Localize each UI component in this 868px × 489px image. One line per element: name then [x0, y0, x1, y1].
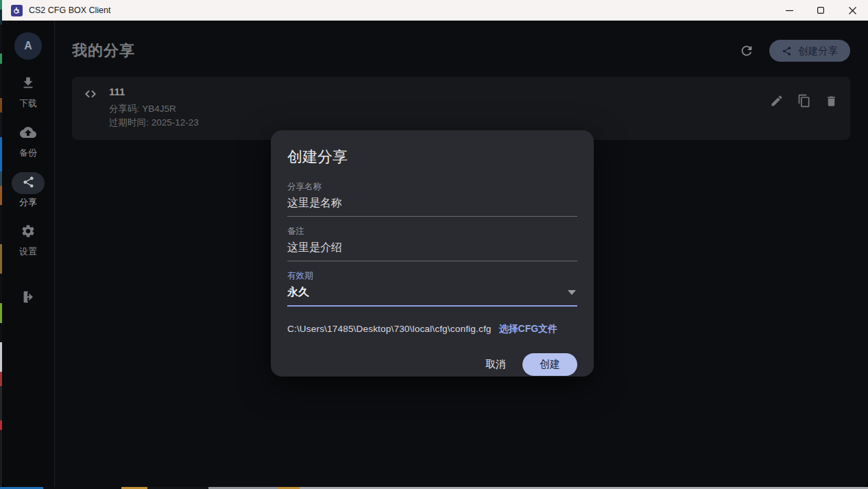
pencil-icon [770, 94, 784, 108]
card-actions [770, 94, 838, 110]
share-name-input[interactable]: 这里是名称 [287, 196, 577, 217]
validity-label: 有效期 [287, 270, 577, 282]
create-share-button[interactable]: 创建分享 [769, 40, 850, 62]
sidebar-item-backup[interactable]: 备份 [19, 123, 37, 159]
trash-icon [825, 95, 838, 108]
share-info: 111 分享码:YB4J5R 过期时间:2025-12-23 [109, 86, 770, 130]
create-button[interactable]: 创建 [522, 353, 577, 376]
file-row: C:\Users\17485\Desktop\730\local\cfg\con… [287, 323, 577, 335]
refresh-icon [739, 43, 754, 58]
validity-value: 永久 [287, 286, 309, 298]
sidebar-item-label: 分享 [19, 196, 37, 208]
share-expire-value: 2025-12-23 [152, 117, 199, 128]
validity-select[interactable]: 永久 [287, 285, 577, 307]
copy-button[interactable] [797, 94, 811, 110]
minimize-button[interactable] [773, 0, 805, 21]
share-code-value: YB4J5R [142, 104, 176, 114]
sidebar-item-download[interactable]: 下载 [19, 73, 37, 110]
note-label: 备注 [287, 226, 577, 237]
share-code-label: 分享码: [109, 104, 139, 114]
window-title: CS2 CFG BOX Client [29, 5, 773, 15]
delete-button[interactable] [825, 95, 838, 110]
copy-icon [797, 94, 811, 108]
edit-button[interactable] [770, 94, 784, 110]
download-icon [21, 75, 36, 93]
dialog-actions: 取消 创建 [287, 353, 577, 376]
gear-icon [21, 224, 36, 241]
cfg-file-path: C:\Users\17485\Desktop\730\local\cfg\con… [287, 324, 492, 334]
note-input[interactable]: 这里是介绍 [287, 241, 577, 261]
share-name: 111 [109, 86, 770, 97]
share-icon [782, 46, 792, 56]
avatar[interactable]: A [14, 32, 42, 60]
chevron-down-icon [568, 290, 576, 295]
create-share-dialog: 创建分享 分享名称 这里是名称 备注 这里是介绍 有效期 永久 C:\Users… [271, 130, 594, 377]
logout-button[interactable] [21, 287, 36, 309]
sidebar-item-label: 备份 [19, 147, 37, 159]
titlebar: CS2 CFG BOX Client [2, 0, 868, 21]
sidebar-item-label: 设置 [19, 246, 37, 258]
app-logo-icon [11, 5, 23, 16]
maximize-button[interactable] [805, 0, 836, 21]
choose-cfg-file-button[interactable]: 选择CFG文件 [499, 323, 558, 335]
sidebar-item-settings[interactable]: 设置 [19, 222, 37, 258]
create-share-button-label: 创建分享 [798, 45, 838, 58]
dialog-title: 创建分享 [287, 147, 577, 167]
share-code-row: 分享码:YB4J5R [109, 102, 770, 116]
page-title: 我的分享 [72, 40, 739, 61]
share-name-label: 分享名称 [287, 181, 577, 193]
cancel-button[interactable]: 取消 [485, 358, 506, 371]
note-field: 备注 这里是介绍 [287, 226, 577, 261]
logout-icon [21, 289, 36, 307]
sidebar-item-label: 下载 [19, 97, 37, 110]
refresh-button[interactable] [739, 43, 754, 58]
share-name-field: 分享名称 这里是名称 [287, 181, 577, 217]
main-header: 我的分享 创建分享 [72, 40, 850, 62]
share-icon [22, 176, 35, 191]
share-expire-label: 过期时间: [109, 117, 149, 128]
cloud-upload-icon [20, 124, 36, 143]
sidebar-item-share[interactable]: 分享 [12, 172, 45, 208]
code-icon [83, 87, 98, 104]
validity-field: 有效期 永久 [287, 270, 577, 307]
sidebar: A 下载 备份 分享 [2, 21, 55, 487]
share-expire-row: 过期时间:2025-12-23 [109, 116, 770, 130]
close-button[interactable] [836, 0, 868, 21]
